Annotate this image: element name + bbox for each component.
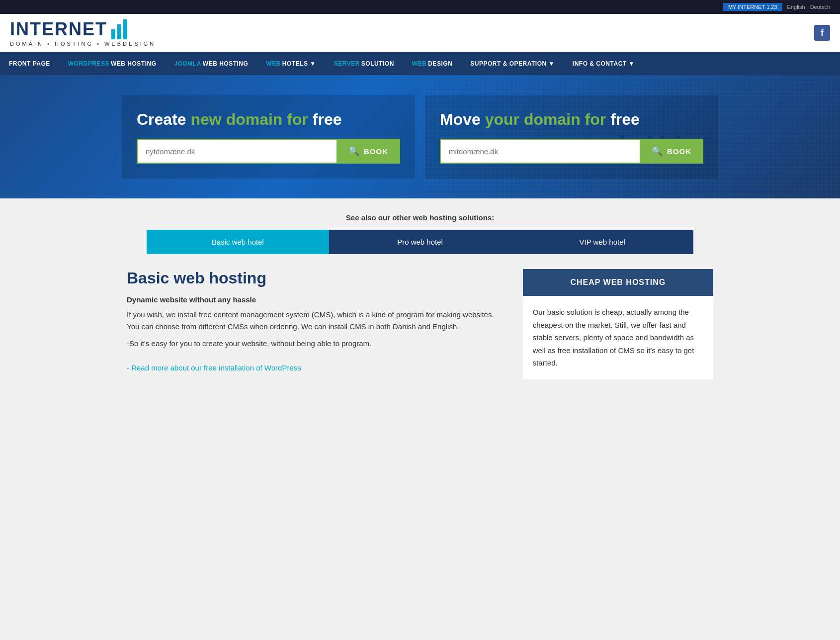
main-left-column: Basic web hosting Dynamic website withou… [127,269,508,379]
nav-label-info-contact: INFO & CONTACT ▼ [573,60,635,67]
nav-colored-joomla: JOOMLA [174,60,201,67]
sidebar-box: CHEAP WEB HOSTING Our basic solution is … [523,269,713,379]
hero-new-domain-title: Create new domain for free [137,110,400,129]
wordpress-link[interactable]: - Read more about our free installation … [127,364,301,372]
hero-section: Create new domain for free 🔍 BOOK Move y… [0,75,840,198]
see-also-heading: See also our other web hosting solutions… [10,213,830,222]
site-header: INTERNET DOMAIN • HOSTING • WEBDESIGN f [0,14,840,52]
main-subheading: Dynamic website without any hassle [127,295,508,304]
nav-front-page[interactable]: FRONT PAGE [0,52,59,75]
main-content-area: Basic web hosting Dynamic website withou… [122,269,718,379]
nav-label-front-page: FRONT PAGE [9,60,50,67]
nav-web-hotels[interactable]: WEB HOTELS ▼ [257,52,325,75]
nav-web-design[interactable]: WEB DESIGN [403,52,462,75]
logo-text: INTERNET [10,19,107,40]
nav-support[interactable]: SUPPORT & OPERATION ▼ [461,52,564,75]
nav-colored-server: SERVER [334,60,360,67]
solution-tabs: Basic web hotel Pro web hotel VIP web ho… [147,230,693,254]
tab-vip-web-hotel[interactable]: VIP web hotel [511,230,693,254]
move-domain-input[interactable] [440,139,640,164]
search-icon-move: 🔍 [652,146,663,157]
nav-label-joomla: WEB HOSTING [203,60,249,67]
hero-new-domain-search: 🔍 BOOK [137,139,400,164]
logo-bar-3 [123,19,127,39]
new-domain-book-button[interactable]: 🔍 BOOK [336,139,400,164]
sidebar-heading: CHEAP WEB HOSTING [523,269,713,296]
logo-bars [111,19,127,39]
tab-pro-web-hotel[interactable]: Pro web hotel [329,230,511,254]
nav-colored-web-design: WEB [412,60,427,67]
search-icon: 🔍 [348,146,360,157]
hero-title-colored-left: new domain for [191,110,308,128]
facebook-icon[interactable]: f [814,25,830,41]
move-domain-book-button[interactable]: 🔍 BOOK [640,139,703,164]
nav-info-contact[interactable]: INFO & CONTACT ▼ [564,52,644,75]
nav-label-web-hotels: HOTELS ▼ [282,60,316,67]
main-body-2: -So it's easy for you to create your web… [127,338,508,350]
deutsch-link[interactable]: Deutsch [810,4,830,10]
nav-label-server: SOLUTION [361,60,394,67]
nav-joomla-hosting[interactable]: JOOMLA WEB HOSTING [165,52,257,75]
english-link[interactable]: English [787,4,805,10]
new-domain-book-label: BOOK [364,147,388,156]
hero-title-colored-right: your domain for [485,110,606,128]
nav-server-solution[interactable]: SERVER SOLUTION [325,52,403,75]
new-domain-input[interactable] [137,139,336,164]
hero-move-domain-title: Move your domain for free [440,110,703,129]
language-links: English Deutsch [787,4,830,10]
nav-colored-wordpress: WORDPRESS [68,60,109,67]
nav-label-wordpress: WEB HOSTING [111,60,157,67]
nav-label-web-design: DESIGN [428,60,452,67]
nav-wordpress-hosting[interactable]: WORDPRESS WEB HOSTING [59,52,166,75]
hero-new-domain: Create new domain for free 🔍 BOOK [122,95,415,179]
hero-move-domain: Move your domain for free 🔍 BOOK [425,95,718,179]
logo-subtitle: DOMAIN • HOSTING • WEBDESIGN [10,41,156,47]
nav-colored-web-hotels: WEB [266,60,281,67]
top-bar: MY INTERNET 1.23 English Deutsch [0,0,840,14]
hero-move-domain-search: 🔍 BOOK [440,139,703,164]
page-title: Basic web hosting [127,269,508,287]
main-body-1: If you wish, we install free content man… [127,309,508,333]
my-internet-button[interactable]: MY INTERNET 1.23 [723,3,782,11]
logo-bar-2 [117,24,121,39]
logo-bar-1 [111,29,115,39]
sidebar: CHEAP WEB HOSTING Our basic solution is … [523,269,713,379]
content-area: See also our other web hosting solutions… [0,198,840,394]
nav-label-support: SUPPORT & OPERATION ▼ [470,60,555,67]
logo[interactable]: INTERNET DOMAIN • HOSTING • WEBDESIGN [10,19,156,47]
main-nav: FRONT PAGE WORDPRESS WEB HOSTING JOOMLA … [0,52,840,75]
sidebar-body: Our basic solution is cheap, actually am… [523,296,713,379]
tab-basic-web-hotel[interactable]: Basic web hotel [147,230,329,254]
move-domain-book-label: BOOK [667,147,691,156]
see-also-section: See also our other web hosting solutions… [10,213,830,254]
